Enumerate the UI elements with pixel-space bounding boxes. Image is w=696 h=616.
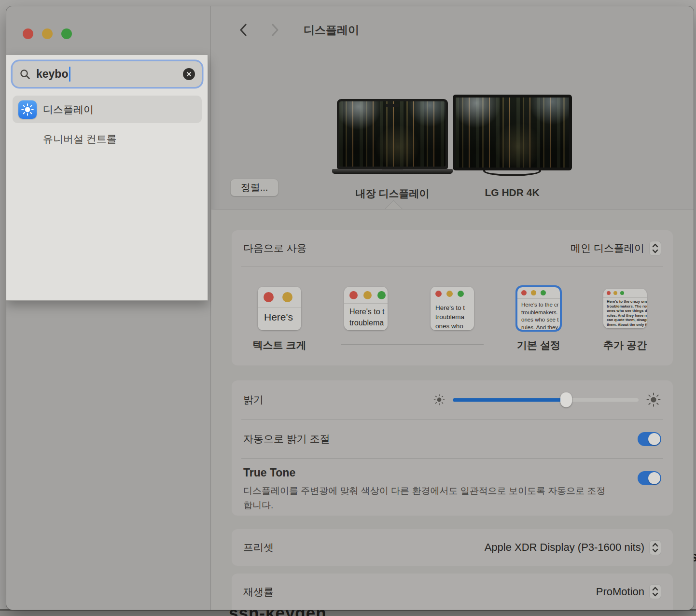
minimize-button[interactable]: [42, 28, 53, 39]
search-results-panel: keybo: [6, 55, 208, 301]
auto-brightness-label: 자동으로 밝기 조절: [243, 432, 330, 446]
mini-window-text: Here's: [258, 308, 301, 323]
auto-brightness-row: 자동으로 밝기 조절: [232, 420, 673, 458]
preset-value: Apple XDR Display (P3-1600 nits): [485, 541, 644, 554]
scaling-label-more-space: 추가 공간: [586, 338, 664, 352]
use-as-value: 메인 디스플레이: [571, 241, 644, 255]
auto-brightness-toggle[interactable]: [638, 432, 661, 446]
mini-traffic-lights: [521, 290, 546, 295]
brightness-row: 밝기: [232, 380, 673, 419]
brightness-slider[interactable]: [453, 398, 639, 402]
close-button[interactable]: [23, 28, 33, 39]
use-as-dropdown[interactable]: [649, 241, 661, 256]
scaling-option-2[interactable]: Here's to ttroublema: [344, 287, 388, 330]
card-divider: [241, 266, 663, 266]
forward-button[interactable]: [270, 22, 280, 38]
use-as-scaling-card: 다음으로 사용 메인 디스플레이 Here's: [232, 230, 673, 365]
true-tone-label: True Tone: [243, 466, 610, 479]
true-tone-description: 디스플레이를 주변광에 맞춰 색상이 다른 환경에서도 일관적으로 보이도록 자…: [243, 484, 610, 513]
use-as-label: 다음으로 사용: [243, 241, 307, 255]
mini-window-text: Here's to the crazy onetroublemakers. Th…: [603, 298, 647, 328]
brightness-slider-knob[interactable]: [560, 392, 572, 407]
chevron-up-down-icon: [651, 586, 660, 598]
system-settings-window: keybo: [6, 6, 694, 610]
refresh-rate-dropdown[interactable]: [649, 584, 661, 599]
scaling-option-default-selected[interactable]: Here's to the crtroublemakers.ones who s…: [517, 287, 560, 330]
mini-window-text: Here's to ttroublema: [344, 304, 388, 328]
display-brightness-icon: [18, 100, 37, 119]
external-display-wallpaper: [456, 98, 569, 168]
true-tone-toggle[interactable]: [638, 471, 661, 485]
navigation: 디스플레이: [238, 22, 359, 38]
scaling-option-more-space[interactable]: Here's to the crazy onetroublemakers. Th…: [603, 289, 647, 328]
page-title: 디스플레이: [304, 23, 359, 38]
scaling-option-3[interactable]: Here's to ttroublemaones who: [431, 287, 474, 330]
search-result-label: 디스플레이: [43, 103, 94, 116]
use-as-row: 다음으로 사용 메인 디스플레이: [232, 230, 673, 266]
brightness-slider-fill: [453, 398, 566, 402]
laptop-base: [332, 169, 453, 174]
builtin-display-wallpaper: [339, 101, 445, 167]
external-display-name: LG HDR 4K: [449, 187, 575, 198]
mini-traffic-lights: [349, 291, 386, 299]
mini-traffic-lights: [435, 291, 464, 297]
preset-row: 프리셋 Apple XDR Display (P3-1600 nits): [232, 529, 673, 566]
search-result-display[interactable]: 디스플레이: [13, 96, 202, 123]
refresh-rate-label: 재생률: [243, 585, 274, 599]
mini-traffic-lights: [264, 292, 301, 302]
zoom-button[interactable]: [61, 28, 72, 39]
builtin-display-thumbnail[interactable]: [337, 99, 448, 169]
clear-search-button[interactable]: [183, 68, 195, 80]
scaling-option-larger-text[interactable]: Here's: [258, 287, 301, 330]
text-caret: [69, 67, 70, 82]
desktop-background-band: [0, 609, 696, 616]
search-input[interactable]: keybo: [13, 61, 202, 87]
toggle-knob: [648, 433, 660, 445]
brightness-label: 밝기: [243, 393, 264, 406]
mini-window-text: Here's to ttroublemaones who: [431, 301, 474, 330]
window-controls: [23, 28, 72, 39]
settings-content: 다음으로 사용 메인 디스플레이 Here's: [211, 210, 694, 610]
back-button[interactable]: [238, 22, 249, 38]
brightness-high-icon: [646, 392, 661, 407]
mini-traffic-lights: [607, 291, 624, 295]
chevron-up-down-icon: [651, 542, 660, 554]
builtin-display-name: 내장 디스플레이: [330, 187, 455, 200]
search-value: keybo: [36, 68, 68, 81]
preset-dropdown[interactable]: [649, 540, 661, 555]
scaling-track-line: [341, 344, 484, 345]
brightness-low-icon: [433, 393, 445, 406]
sidebar: keybo: [6, 6, 211, 610]
true-tone-row: True Tone 디스플레이를 주변광에 맞춰 색상이 다른 환경에서도 일관…: [232, 459, 673, 513]
laptop-notch: [386, 104, 399, 107]
toggle-knob: [648, 472, 660, 484]
preset-card: 프리셋 Apple XDR Display (P3-1600 nits): [232, 529, 673, 566]
refresh-rate-row: 재생률 ProMotion: [232, 574, 673, 610]
preset-label: 프리셋: [243, 541, 274, 554]
close-x-icon: [186, 71, 192, 77]
refresh-rate-card: 재생률 ProMotion: [232, 574, 673, 610]
main-panel: 디스플레이 내장 디스플레이 LG HDR 4K 정렬... 다음으로 사용 메…: [211, 6, 694, 610]
brightness-card: 밝기: [232, 380, 673, 516]
scaling-label-larger-text: 텍스트 크게: [241, 338, 318, 352]
chevron-up-down-icon: [651, 242, 660, 254]
search-icon: [19, 69, 31, 80]
arrange-button[interactable]: 정렬...: [230, 179, 278, 196]
external-display-thumbnail[interactable]: [453, 95, 572, 170]
search-result-universal-control[interactable]: 유니버설 컨트롤: [43, 126, 117, 153]
mini-window-text: Here's to the crtroublemakers.ones who s…: [517, 299, 560, 330]
refresh-rate-value: ProMotion: [596, 586, 644, 598]
scaling-label-default: 기본 설정: [500, 338, 577, 352]
